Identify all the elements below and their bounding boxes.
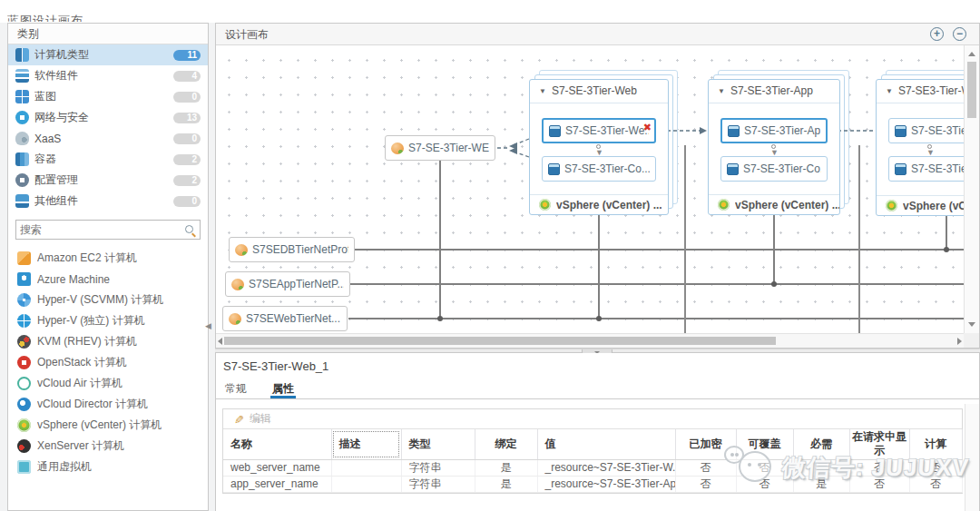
scroll-left-icon[interactable]: [218, 338, 222, 345]
category-machine-types[interactable]: 计算机类型 11: [8, 44, 208, 65]
category-blueprints[interactable]: 蓝图 0: [8, 86, 208, 107]
palette-item-xenserver[interactable]: XenServer 计算机: [8, 436, 208, 457]
category-other-components[interactable]: 其他组件 0: [8, 191, 208, 211]
collapse-arrow-icon[interactable]: [886, 84, 898, 97]
count-badge: 0: [173, 92, 201, 103]
canvas-horizontal-scrollbar[interactable]: [216, 333, 964, 348]
canvas-header: 设计画布: [216, 24, 979, 45]
network-profile-icon: [235, 244, 248, 256]
container-header[interactable]: S7-SE-3Tier-Web: [530, 80, 668, 103]
tab-general[interactable]: 常规: [223, 379, 249, 398]
canvas-vertical-scrollbar[interactable]: [964, 45, 979, 333]
hyperv-scvmm-icon: [17, 293, 31, 307]
category-containers[interactable]: 容器 2: [8, 149, 208, 170]
azure-icon: [17, 272, 31, 286]
search-icon[interactable]: [184, 224, 196, 236]
palette-item-amazon-ec2[interactable]: Amazon EC2 计算机: [8, 248, 208, 269]
top-strip: 蓝图设计画布: [0, 0, 980, 23]
zoom-out-icon[interactable]: [953, 27, 966, 41]
scroll-up-icon[interactable]: [968, 52, 975, 56]
category-config-management[interactable]: 配置管理 2: [8, 170, 208, 191]
container-header[interactable]: S7-SE-3Tier-App: [709, 80, 839, 103]
machine-types-icon: [15, 48, 29, 62]
collapse-arrow-icon[interactable]: [718, 84, 730, 97]
other-components-icon: [15, 194, 29, 208]
col-computed[interactable]: 计算: [909, 429, 962, 459]
tab-properties[interactable]: 属性: [270, 379, 296, 398]
canvas-node-web-network[interactable]: S7SEWebTierNet...: [222, 306, 348, 331]
scrollbar-thumb[interactable]: [967, 62, 976, 118]
table-row[interactable]: app_server_name 字符串 是 _resource~S7-SE-3T…: [223, 476, 962, 492]
col-show-in-request[interactable]: 在请求中显示: [849, 429, 909, 459]
network-profile-icon: [391, 142, 404, 154]
palette-item-kvm-rhev[interactable]: KVM (RHEV) 计算机: [8, 331, 208, 352]
palette-item-hyperv-scvmm[interactable]: Hyper-V (SCVMM) 计算机: [8, 290, 208, 310]
vcloud-air-icon: [17, 377, 31, 390]
count-badge: 2: [173, 154, 201, 165]
palette-item-vcloud-director[interactable]: vCloud Director 计算机: [8, 394, 208, 415]
collapse-arrow-icon[interactable]: [539, 84, 552, 97]
canvas-node-db-network[interactable]: S7SEDBTierNetProf: [229, 237, 355, 262]
palette-item-generic-vm[interactable]: 通用虚拟机: [8, 457, 208, 477]
delete-icon[interactable]: [643, 123, 652, 132]
container-header[interactable]: S7-SE3-Tier-W: [877, 80, 964, 103]
software-components-icon: [15, 69, 29, 83]
edit-button[interactable]: 编辑: [250, 411, 271, 427]
canvas-node-app-vm[interactable]: S7-SE-3Tier-Ap...: [720, 118, 828, 143]
details-scrollbar-gutter[interactable]: [965, 404, 979, 511]
canvas-container-web[interactable]: S7-SE-3Tier-Web S7-SE-3Tier-We... S7-SE-…: [529, 79, 669, 215]
container-footer: vSphere (vCenter) ...: [530, 194, 668, 214]
count-badge: 0: [173, 196, 201, 207]
scroll-right-icon[interactable]: [957, 338, 962, 345]
search-input[interactable]: [20, 223, 184, 236]
edit-toolbar: 编辑: [223, 409, 962, 429]
canvas-node-web-lb[interactable]: S7-SE-3Tier-WE...: [385, 135, 495, 161]
clipped-page-title: 蓝图设计画布: [7, 0, 107, 22]
palette-item-azure[interactable]: Azure Machine: [8, 269, 208, 290]
canvas-node-app-network[interactable]: S7SEAppTierNetP...: [225, 271, 350, 297]
category-network-security[interactable]: 网络与安全 13: [8, 107, 208, 128]
canvas-node-db-vm[interactable]: S7-SE-3Tier-: [888, 118, 964, 143]
col-value[interactable]: 值: [537, 429, 675, 459]
col-required[interactable]: 必需: [793, 429, 849, 459]
table-row[interactable]: web_server_name 字符串 是 _resource~S7-SE-3T…: [223, 459, 962, 476]
canvas-node-web-vm[interactable]: S7-SE-3Tier-We...: [542, 118, 656, 143]
canvas-node-db-software[interactable]: S7-SE-3Tier-: [888, 156, 964, 182]
scrollbar-thumb[interactable]: [224, 337, 776, 345]
network-profile-icon: [231, 279, 244, 290]
canvas-node-web-software[interactable]: S7-SE-3Tier-Co...: [542, 156, 656, 182]
network-profile-icon: [229, 313, 241, 325]
categories-header: 类别: [8, 24, 208, 44]
edit-pencil-icon[interactable]: [234, 411, 244, 427]
palette-item-openstack[interactable]: OpenStack 计算机: [8, 352, 208, 373]
palette-item-hyperv-standalone[interactable]: Hyper-V (独立) 计算机: [8, 310, 208, 331]
xenserver-icon: [17, 439, 31, 453]
canvas-node-app-software[interactable]: S7-SE-3Tier-Co...: [720, 156, 828, 182]
col-encrypted[interactable]: 已加密: [675, 429, 736, 459]
zoom-in-icon[interactable]: [930, 27, 944, 41]
kvm-rhev-icon: [17, 335, 31, 349]
scrollbar-corner: [964, 333, 979, 348]
count-badge: 4: [173, 71, 201, 82]
machine-icon: [895, 125, 906, 137]
palette-item-vsphere-vcenter[interactable]: vSphere (vCenter) 计算机: [8, 415, 208, 436]
design-canvas-panel: 设计画布: [215, 23, 980, 349]
collapse-panel-icon[interactable]: ◀: [205, 321, 211, 330]
col-name[interactable]: 名称: [223, 429, 331, 459]
count-badge: 11: [173, 50, 201, 61]
col-type[interactable]: 类型: [401, 429, 475, 459]
canvas-container-db[interactable]: S7-SE3-Tier-W S7-SE-3Tier- S7-SE-3Tier- …: [876, 79, 964, 216]
properties-table: 名称 描述 类型 绑定 值 已加密 可覆盖 必需 在请求中显示 计算 web_s…: [223, 429, 963, 493]
count-badge: 0: [173, 133, 201, 144]
category-xaas[interactable]: XaaS 0: [8, 128, 208, 149]
canvas-container-app[interactable]: S7-SE-3Tier-App S7-SE-3Tier-Ap... S7-SE-…: [708, 79, 840, 215]
machine-icon: [548, 163, 560, 175]
network-security-icon: [15, 111, 29, 124]
col-overridable[interactable]: 可覆盖: [736, 429, 793, 459]
col-binding[interactable]: 绑定: [475, 429, 537, 459]
palette-item-vcloud-air[interactable]: vCloud Air 计算机: [8, 373, 208, 394]
category-software-components[interactable]: 软件组件 4: [8, 65, 208, 86]
design-canvas[interactable]: S7-SE-3Tier-WE... S7-SE-3Tier-Web S7-SE-…: [216, 45, 964, 333]
col-description[interactable]: 描述: [331, 429, 401, 459]
scroll-down-icon[interactable]: [968, 322, 975, 327]
